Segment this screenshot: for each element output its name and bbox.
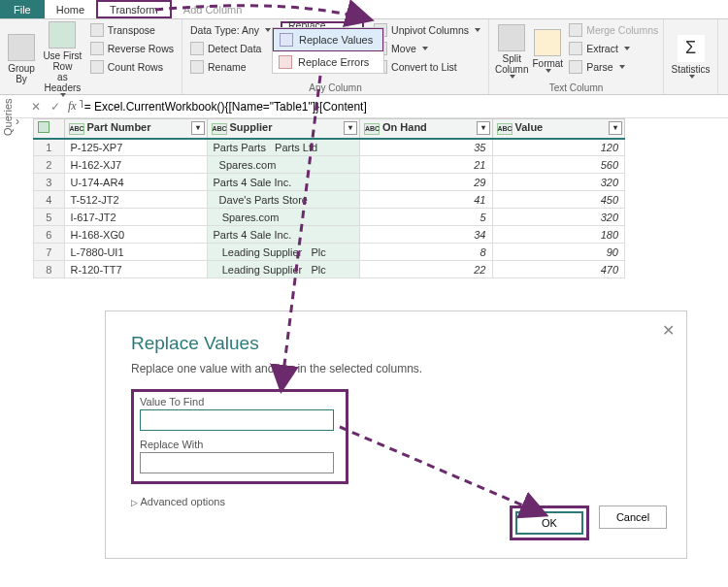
cell-part[interactable]: H-162-XJ7: [64, 156, 207, 174]
extract-button[interactable]: Extract: [567, 40, 660, 57]
table-row[interactable]: 1P-125-XP7Parts Parts Parts Ltd35120: [34, 139, 625, 156]
detect-icon: [190, 42, 204, 55]
unpivot-button[interactable]: Unpivot Columns: [372, 21, 482, 39]
row-number: 3: [34, 174, 65, 191]
extract-icon: [569, 42, 582, 55]
menu-item-replace-errors[interactable]: Replace Errors: [273, 51, 383, 73]
cell-supplier[interactable]: Dave's Parts Store: [207, 191, 360, 209]
col-header-value[interactable]: ABCValue▾: [492, 119, 625, 139]
merge-columns-button[interactable]: Merge Columns: [567, 21, 660, 39]
formula-input[interactable]: [83, 99, 724, 114]
type-icon: ABC: [212, 123, 227, 135]
table-row[interactable]: 4T-512-JT2 Dave's Parts Store41450: [34, 191, 625, 209]
col-filter-button[interactable]: ▾: [609, 121, 622, 135]
cell-value[interactable]: 450: [492, 191, 625, 209]
table-row[interactable]: 7L-7880-UI1 Leading Supplier Plc890: [34, 244, 625, 261]
cell-part[interactable]: R-120-TT7: [64, 261, 207, 278]
group-by-icon: [8, 34, 35, 61]
cell-value[interactable]: 470: [492, 261, 625, 278]
table-row[interactable]: 8R-120-TT7 Leading Supplier Plc22470: [34, 261, 625, 278]
cell-value[interactable]: 90: [492, 244, 625, 261]
merge-icon: [569, 23, 582, 37]
cell-part[interactable]: L-7880-UI1: [64, 244, 207, 261]
cell-part[interactable]: H-168-XG0: [64, 226, 207, 244]
table-row[interactable]: 2H-162-XJ7 Spares.com21560: [34, 156, 625, 174]
group-by-button[interactable]: Group By: [6, 21, 37, 97]
rename-icon: [190, 60, 204, 74]
menu-item-replace-values[interactable]: Replace Values: [273, 28, 383, 51]
formula-cancel-button[interactable]: ✕: [29, 100, 43, 114]
transpose-icon: [90, 23, 104, 37]
table-row[interactable]: 6H-168-XG0Parts 4 Sale Inc.34180: [34, 226, 625, 244]
type-icon: ABC: [497, 123, 513, 135]
format-button[interactable]: Format: [532, 21, 563, 81]
parse-icon: [569, 60, 582, 74]
queries-expand-button[interactable]: ›: [16, 114, 19, 128]
cell-part[interactable]: U-174-AR4: [64, 174, 207, 191]
data-type-button[interactable]: Data Type: Any: [188, 21, 273, 39]
cell-part[interactable]: T-512-JT2: [64, 191, 207, 209]
replace-values-icon: [280, 33, 293, 47]
table-row[interactable]: 5I-617-JT2 Spares.com5320: [34, 209, 625, 226]
format-icon: [534, 29, 561, 56]
cell-value[interactable]: 120: [492, 139, 625, 156]
parse-button[interactable]: Parse: [567, 58, 660, 76]
row-number: 6: [34, 226, 65, 244]
cell-onhand[interactable]: 35: [360, 139, 493, 156]
table-row[interactable]: 3U-174-AR4Parts 4 Sale Inc.29320: [34, 174, 625, 191]
cell-onhand[interactable]: 5: [360, 209, 493, 226]
count-icon: [90, 60, 104, 74]
table-corner[interactable]: [34, 119, 65, 139]
row-number: 1: [34, 139, 65, 156]
tab-add-column[interactable]: Add Column: [172, 0, 254, 18]
col-header-on-hand[interactable]: ABCOn Hand▾: [360, 119, 493, 139]
col-filter-button[interactable]: ▾: [344, 121, 357, 135]
cell-supplier[interactable]: Parts Parts Parts Ltd: [207, 139, 360, 156]
cell-onhand[interactable]: 29: [360, 174, 493, 191]
cell-supplier[interactable]: Parts 4 Sale Inc.: [207, 174, 360, 191]
formula-commit-button[interactable]: ✓: [49, 100, 62, 114]
col-header-supplier[interactable]: ABCSupplier▾: [207, 119, 360, 139]
cell-supplier[interactable]: Spares.com: [207, 156, 360, 174]
cell-value[interactable]: 180: [492, 226, 625, 244]
tab-file[interactable]: File: [0, 0, 45, 18]
cell-value[interactable]: 320: [492, 174, 625, 191]
rename-button[interactable]: Rename: [188, 58, 273, 76]
tab-home[interactable]: Home: [45, 0, 96, 18]
convert-to-list-button[interactable]: Convert to List: [372, 58, 482, 76]
reverse-rows-button[interactable]: Reverse Rows: [88, 40, 176, 57]
split-column-button[interactable]: Split Column: [495, 21, 528, 81]
detect-data-button[interactable]: Detect Data: [188, 40, 273, 57]
cell-supplier[interactable]: Leading Supplier Plc: [207, 261, 360, 278]
tab-transform[interactable]: Transform: [96, 0, 172, 18]
cell-onhand[interactable]: 21: [360, 156, 493, 174]
cell-onhand[interactable]: 22: [360, 261, 493, 278]
statistics-button[interactable]: Σ Statistics: [670, 21, 711, 91]
move-button[interactable]: Move: [372, 40, 482, 57]
cell-onhand[interactable]: 34: [360, 226, 493, 244]
cell-part[interactable]: I-617-JT2: [64, 209, 207, 226]
sigma-icon: Σ: [678, 35, 705, 62]
row-number: 7: [34, 244, 65, 261]
row-number: 2: [34, 156, 65, 174]
count-rows-button[interactable]: Count Rows: [88, 58, 176, 76]
fx-icon: fx: [68, 99, 77, 114]
data-table: ABCPart Number▾ ABCSupplier▾ ABCOn Hand▾…: [33, 118, 625, 278]
col-filter-button[interactable]: ▾: [191, 121, 205, 135]
cell-onhand[interactable]: 41: [360, 191, 493, 209]
use-first-row-button[interactable]: Use First Row as Headers: [41, 21, 84, 97]
cell-value[interactable]: 560: [492, 156, 625, 174]
reverse-icon: [90, 42, 104, 55]
cell-supplier[interactable]: Leading Supplier Plc: [207, 244, 360, 261]
replace-values-dropdown-menu: Replace Values Replace Errors: [272, 27, 384, 74]
cell-onhand[interactable]: 8: [360, 244, 493, 261]
transpose-button[interactable]: Transpose: [88, 21, 176, 39]
cell-supplier[interactable]: Spares.com: [207, 209, 360, 226]
queries-panel-tab[interactable]: Queries: [2, 98, 14, 136]
cell-value[interactable]: 320: [492, 209, 625, 226]
headers-icon: [49, 21, 76, 49]
col-filter-button[interactable]: ▾: [477, 121, 490, 135]
col-header-part-number[interactable]: ABCPart Number▾: [64, 119, 207, 139]
cell-part[interactable]: P-125-XP7: [64, 139, 207, 156]
cell-supplier[interactable]: Parts 4 Sale Inc.: [207, 226, 360, 244]
